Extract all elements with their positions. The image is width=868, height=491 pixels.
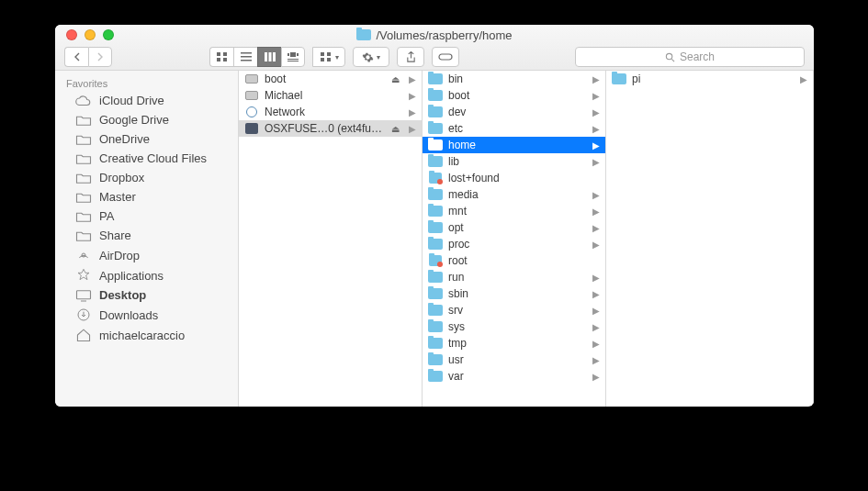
column-view-button[interactable]: [257, 47, 281, 67]
sidebar-item-icloud-drive[interactable]: iCloud Drive: [55, 91, 238, 110]
chevron-right-icon: ▶: [592, 355, 600, 365]
home-icon: [75, 328, 92, 342]
minimize-button[interactable]: [85, 29, 96, 40]
file-label: Michael: [265, 89, 403, 102]
eject-icon[interactable]: ⏏: [391, 124, 400, 134]
sidebar-item-creative-cloud-files[interactable]: Creative Cloud Files: [55, 149, 238, 168]
file-row[interactable]: tmp▶: [423, 335, 605, 352]
folder-icon: [428, 189, 443, 200]
fuse-volume-icon: [245, 123, 258, 134]
sidebar-item-label: OneDrive: [99, 132, 150, 146]
columns-area: boot⏏▶Michael▶Network▶OSXFUSE…0 (ext4fus…: [239, 71, 814, 407]
action-button[interactable]: ▾: [353, 47, 389, 67]
sidebar-list: iCloud DriveGoogle DriveOneDriveCreative…: [55, 91, 238, 345]
file-row[interactable]: Michael▶: [239, 87, 422, 104]
window-title: /Volumes/raspberry/home: [55, 25, 814, 45]
file-label: home: [448, 139, 587, 151]
svg-rect-12: [297, 53, 299, 56]
chevron-right-icon: ▶: [409, 91, 416, 101]
sidebar-item-label: Share: [99, 229, 131, 242]
sidebar-item-google-drive[interactable]: Google Drive: [55, 110, 238, 129]
svg-rect-13: [287, 59, 299, 60]
arrange-button[interactable]: ▾: [312, 47, 345, 67]
sidebar-item-pa[interactable]: PA: [55, 206, 238, 226]
chevron-right-icon: ▶: [592, 124, 600, 134]
file-row[interactable]: pi▶: [606, 71, 813, 87]
file-row[interactable]: bin▶: [423, 71, 605, 87]
file-row[interactable]: boot▶: [423, 87, 605, 104]
file-label: etc: [448, 122, 587, 135]
svg-point-20: [666, 53, 671, 59]
file-row[interactable]: home▶: [423, 137, 605, 153]
file-row[interactable]: etc▶: [423, 120, 605, 137]
zoom-button[interactable]: [103, 29, 114, 40]
sidebar-item-downloads[interactable]: Downloads: [55, 305, 238, 325]
eject-icon[interactable]: ⏏: [391, 74, 400, 84]
file-row[interactable]: srv▶: [423, 302, 605, 318]
sidebar-section-header: Favorites: [55, 74, 238, 91]
forward-button[interactable]: [88, 47, 112, 67]
sidebar-item-label: AirDrop: [99, 249, 140, 262]
folder-icon: [75, 152, 92, 165]
file-row[interactable]: run▶: [423, 269, 605, 285]
svg-rect-17: [321, 58, 324, 61]
sidebar-item-label: michaelcaraccio: [99, 329, 185, 342]
folder-icon: [428, 222, 443, 233]
svg-rect-19: [439, 54, 452, 60]
svg-rect-14: [287, 61, 299, 61]
folder-icon: [428, 321, 443, 332]
chevron-right-icon: ▶: [592, 322, 600, 332]
svg-rect-0: [217, 52, 220, 56]
arrange-segment: ▾: [312, 47, 345, 67]
file-row[interactable]: sbin▶: [423, 285, 605, 302]
tags-button[interactable]: [432, 47, 459, 67]
sidebar-item-master[interactable]: Master: [55, 187, 238, 206]
coverflow-view-button[interactable]: [281, 47, 305, 67]
file-row[interactable]: boot⏏▶: [239, 71, 422, 87]
file-row[interactable]: sys▶: [423, 318, 605, 335]
sidebar-item-michaelcaraccio[interactable]: michaelcaraccio: [55, 325, 238, 345]
sidebar-item-airdrop[interactable]: AirDrop: [55, 245, 238, 265]
file-label: usr: [448, 353, 587, 366]
file-label: bin: [448, 73, 587, 85]
file-row[interactable]: lost+found: [423, 170, 605, 186]
file-row[interactable]: dev▶: [423, 104, 605, 120]
file-label: var: [448, 370, 587, 383]
sidebar-item-share[interactable]: Share: [55, 226, 238, 245]
file-row[interactable]: OSXFUSE…0 (ext4fuse)⏏▶: [239, 120, 422, 137]
file-label: root: [448, 254, 600, 267]
file-row[interactable]: proc▶: [423, 236, 605, 252]
chevron-right-icon: ▶: [592, 372, 600, 382]
search-field[interactable]: Search: [575, 47, 805, 67]
downloads-icon: [75, 307, 92, 322]
file-row[interactable]: media▶: [423, 186, 605, 203]
close-button[interactable]: [66, 29, 77, 40]
share-button[interactable]: [397, 47, 424, 67]
folder-icon: [75, 191, 92, 204]
file-label: opt: [448, 221, 587, 234]
file-row[interactable]: opt▶: [423, 219, 605, 236]
list-view-button[interactable]: [233, 47, 257, 67]
file-row[interactable]: root: [423, 252, 605, 269]
file-row[interactable]: var▶: [423, 368, 605, 385]
sidebar-item-applications[interactable]: Applications: [55, 265, 238, 285]
folder-icon: [428, 90, 443, 101]
svg-rect-3: [223, 58, 227, 61]
file-label: boot: [265, 73, 386, 85]
icon-view-button[interactable]: [209, 47, 233, 67]
back-button[interactable]: [64, 47, 88, 67]
folder-icon: [75, 133, 92, 146]
file-row[interactable]: mnt▶: [423, 203, 605, 219]
sidebar-item-desktop[interactable]: Desktop: [55, 285, 238, 305]
file-row[interactable]: Network▶: [239, 104, 422, 120]
svg-rect-18: [327, 58, 331, 61]
file-row[interactable]: usr▶: [423, 352, 605, 368]
sidebar-item-onedrive[interactable]: OneDrive: [55, 129, 238, 149]
file-label: media: [448, 188, 587, 201]
file-row[interactable]: lib▶: [423, 153, 605, 170]
drive-icon: [245, 74, 258, 84]
svg-rect-2: [217, 58, 220, 61]
sidebar-item-dropbox[interactable]: Dropbox: [55, 168, 238, 187]
file-label: sbin: [448, 287, 587, 300]
chevron-right-icon: ▶: [592, 74, 600, 84]
